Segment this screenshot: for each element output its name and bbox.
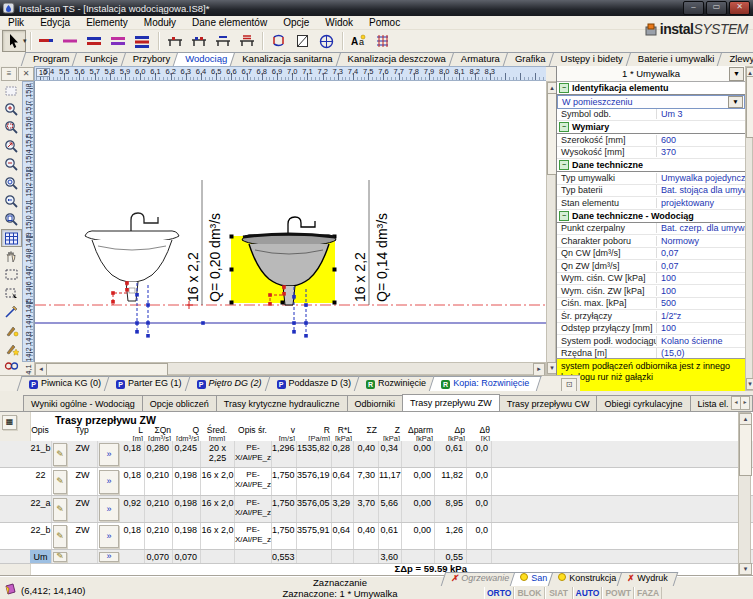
toggle-orto[interactable]: ORTO bbox=[484, 587, 514, 599]
results-tab-obiegi-cyrkulacyjne[interactable]: Obiegi cyrkulacyjne bbox=[596, 395, 690, 412]
canvas-horizontal-scrollbar[interactable]: ◂▸ bbox=[34, 362, 546, 375]
menu-opcje[interactable]: Opcje bbox=[283, 17, 309, 28]
property-wym-ciśn-cw-kpa[interactable]: Wym. ciśn. CW [kPa]100 bbox=[557, 273, 745, 286]
edit-pencil-icon[interactable]: ✎ bbox=[53, 443, 67, 466]
property-value[interactable]: 370 bbox=[656, 147, 745, 157]
tab-kanalizacja-deszczowa[interactable]: Kanalizacja deszczowa bbox=[338, 52, 456, 66]
go-to-icon[interactable]: » bbox=[99, 443, 119, 466]
maximize-button[interactable]: ▭ bbox=[706, 1, 727, 15]
zoom-in-icon[interactable] bbox=[1, 100, 22, 118]
property-stan-elementu[interactable]: Stan elementuprojektowany bbox=[557, 197, 745, 210]
scope-tab-konstrukcja[interactable]: Konstrukcja bbox=[550, 572, 624, 586]
menu-edycja[interactable]: Edycja bbox=[40, 17, 70, 28]
property-value[interactable]: Bat. czerp. dla umywalki bbox=[656, 223, 745, 233]
zoom-sheet-icon[interactable] bbox=[1, 211, 22, 229]
zoom-all-icon[interactable] bbox=[1, 174, 22, 192]
label-style-icon[interactable]: Aa bbox=[347, 30, 371, 52]
property-wysokość-mm[interactable]: Wysokość [mm]370 bbox=[557, 147, 745, 160]
property-wym-ciśn-zw-kpa[interactable]: Wym. ciśn. ZW [kPa]100 bbox=[557, 285, 745, 298]
menu-widok[interactable]: Widok bbox=[325, 17, 353, 28]
table-row[interactable]: 22_aZW0,920,2100,19816 x 2,0PE-X/Al/PE_z… bbox=[0, 496, 753, 523]
edit-pencil-icon[interactable]: ✎ bbox=[53, 470, 67, 494]
floor-tab-piętro-dg-2[interactable]: PPiętro DG (2) bbox=[187, 376, 272, 392]
property-typ-baterii[interactable]: Typ bateriiBat. stojąca dla umywalki bbox=[557, 185, 745, 198]
property-value[interactable]: 100 bbox=[656, 286, 745, 296]
property-value[interactable]: (15,0) bbox=[656, 348, 745, 358]
scroll-down-icon[interactable]: ▾ bbox=[739, 563, 752, 575]
property-value[interactable]: 500 bbox=[656, 298, 745, 308]
table-row[interactable]: 22_bZW0,180,2100,19816 x 2,0PE-X/Al/PE_z… bbox=[0, 523, 753, 550]
pump-icon[interactable] bbox=[315, 30, 339, 52]
scrollbar-thumb[interactable] bbox=[739, 424, 752, 476]
section-wymiary[interactable]: −Wymiary bbox=[557, 121, 745, 134]
pipe-cold-icon[interactable] bbox=[35, 30, 59, 52]
tab-grafika[interactable]: Grafika bbox=[505, 52, 556, 66]
property-ciśn-max-kpa[interactable]: Ciśn. max. [kPa]500 bbox=[557, 298, 745, 311]
property-value[interactable]: projektowany bbox=[656, 198, 745, 208]
property-qn-cw-dm-s[interactable]: Qn CW [dm³/s]0,07 bbox=[557, 248, 745, 261]
cell[interactable]: 21_b bbox=[30, 441, 52, 467]
collapse-icon[interactable]: − bbox=[559, 160, 569, 170]
pipe-hot-icon[interactable] bbox=[59, 30, 83, 52]
property-value[interactable]: 100 bbox=[656, 323, 745, 333]
results-tab-opcje-obliczeń[interactable]: Opcje obliczeń bbox=[142, 395, 217, 412]
washbasin-left[interactable] bbox=[85, 213, 179, 301]
section-dane-techniczne-wodociąg[interactable]: −Dane techniczne - Wodociąg bbox=[557, 210, 745, 223]
property-value[interactable]: Bat. stojąca dla umywalki bbox=[656, 185, 745, 195]
floor-tab-parter-eg-1[interactable]: PParter EG (1) bbox=[106, 376, 192, 392]
column-header-opis[interactable]: Opis bbox=[30, 426, 52, 435]
circulation-icon[interactable] bbox=[267, 30, 291, 52]
tab-baterie-i-umywalki[interactable]: Baterie i umywalki bbox=[628, 52, 725, 66]
go-to-icon[interactable]: » bbox=[99, 498, 119, 521]
zoom-prev-icon[interactable] bbox=[1, 192, 22, 210]
property-qn-zw-dm-s[interactable]: Qn ZW [dm³/s]0,07 bbox=[557, 260, 745, 273]
cell[interactable]: 22_b bbox=[30, 523, 52, 549]
menu-pomoc[interactable]: Pomoc bbox=[369, 17, 400, 28]
property-value[interactable]: Normowy bbox=[656, 236, 745, 246]
menu-elementy[interactable]: Elementy bbox=[86, 17, 128, 28]
select-element-icon[interactable] bbox=[1, 284, 22, 302]
floor-tab-piwnica-kg-0[interactable]: PPiwnica KG (0) bbox=[19, 376, 111, 392]
floor-tab-poddasze-d-3[interactable]: PPoddasze D (3) bbox=[267, 376, 362, 392]
collapse-icon[interactable]: − bbox=[559, 122, 569, 132]
pipe-pair-icon[interactable] bbox=[83, 30, 107, 52]
table-row[interactable]: 21_bZW0,180,2800,24520 x 2,25PE-X/Al/PE_… bbox=[0, 441, 753, 468]
paint-star-icon[interactable] bbox=[1, 339, 22, 357]
menu-dane-elementów[interactable]: Dane elementów bbox=[192, 17, 267, 28]
find-icon[interactable] bbox=[1, 358, 22, 376]
property-symbol-odb[interactable]: Symbol odb.Um 3 bbox=[557, 109, 745, 122]
select-window-icon[interactable] bbox=[1, 266, 22, 284]
zoom-window-icon[interactable] bbox=[1, 119, 22, 137]
draw-pipe-icon[interactable] bbox=[1, 303, 22, 321]
appliance-2-icon[interactable] bbox=[187, 30, 211, 52]
scope-tab-ogrzewanie[interactable]: ✗Ogrzewanie bbox=[443, 572, 517, 586]
property-śr-przyłączy[interactable]: Śr. przyłączy1/2"z bbox=[557, 310, 745, 323]
zoom-dynamic-icon[interactable] bbox=[1, 137, 22, 155]
property-szerokość-mm[interactable]: Szerokość [mm]600 bbox=[557, 134, 745, 147]
property-value[interactable]: 600 bbox=[656, 135, 745, 145]
edit-pencil-icon[interactable]: ✎ bbox=[53, 525, 67, 548]
column-header-opis-śr[interactable]: Opis śr. bbox=[235, 426, 272, 435]
tab-kanalizacja-sanitarna[interactable]: Kanalizacja sanitarna bbox=[232, 52, 342, 66]
floor-tab-kopia-rozwinięcie[interactable]: RKopia: Rozwinięcie bbox=[431, 376, 539, 392]
toggle-powt[interactable]: POWT bbox=[602, 587, 634, 599]
grid-net-icon[interactable] bbox=[371, 30, 395, 52]
results-tab-trasy-przepływu-cw[interactable]: Trasy przepływu CW bbox=[499, 395, 598, 412]
property-odstęp-przyłączy-mm[interactable]: Odstęp przyłączy [mm]100 bbox=[557, 323, 745, 336]
property-value[interactable]: 0,07 bbox=[656, 261, 745, 271]
toggle-siat[interactable]: SIAT bbox=[545, 587, 573, 599]
tab-program[interactable]: Program bbox=[23, 52, 79, 66]
canvas-vertical-scrollbar[interactable]: ▴▾ bbox=[546, 81, 556, 375]
scope-tab-wydruk[interactable]: ✗Wydruk bbox=[619, 572, 676, 586]
property-value[interactable]: Umywalka pojedyncza bbox=[656, 173, 745, 183]
tab-funkcje[interactable]: Funkcje bbox=[74, 52, 127, 66]
floor-tab-rozwinięcie[interactable]: RRozwinięcie bbox=[356, 376, 436, 392]
go-to-icon[interactable]: » bbox=[99, 470, 119, 494]
scroll-down-icon[interactable]: ▾ bbox=[746, 378, 753, 390]
column-header-typ[interactable]: Typ bbox=[68, 426, 98, 435]
results-tab-trasy-krytyczne-hydrauliczne[interactable]: Trasy krytyczne hydrauliczne bbox=[216, 395, 348, 412]
tab-zlewy-wanny-i-natryski[interactable]: Zlewy, wanny i natryski bbox=[719, 52, 753, 66]
edit-pencil-icon[interactable]: ✎ bbox=[53, 552, 67, 562]
table-scrollbar[interactable]: ▴▾ bbox=[738, 412, 751, 576]
ruler-menu-icon[interactable]: ≡ bbox=[1, 67, 17, 81]
